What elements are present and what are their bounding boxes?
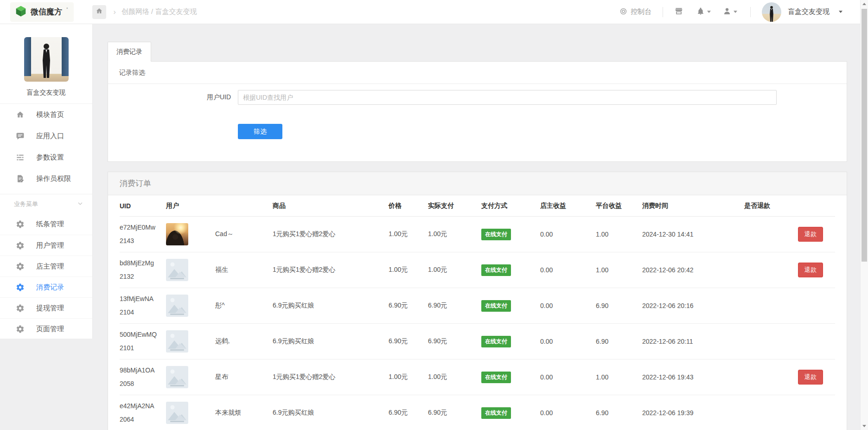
payment-badge: 在线支付 [481,300,511,312]
sidebar-item-operator-permission[interactable]: 操作员权限 [0,168,92,189]
bell-icon [696,7,705,17]
gear-icon [15,325,25,334]
cell-paid: 6.90元 [428,337,481,346]
browser-scrollbar[interactable] [860,0,868,430]
refund-button[interactable]: 退款 [798,263,823,277]
cell-user: 星布 [166,366,273,388]
cell-user: Cad～ [166,223,273,245]
cell-time: 2022-12-06 20:16 [642,302,744,309]
cell-user: 本来就烦 [166,402,273,424]
user-avatar-placeholder [166,330,188,353]
home-button[interactable] [92,5,106,19]
sidebar-item-user-management[interactable]: 用户管理 [0,235,92,256]
cell-platform-income: 6.90 [596,409,642,417]
table-row: 13fMjEwNA 2104 彤^ 6.9元购买红娘 6.90元 6.90元 在… [120,288,835,324]
user-avatar-placeholder [166,366,188,388]
cell-price: 1.00元 [389,230,428,238]
scrollbar-thumb[interactable] [862,9,867,262]
col-price: 价格 [389,202,428,210]
cell-payment: 在线支付 [481,300,540,312]
breadcrumb[interactable]: 创颜网络 / 盲盒交友变现 [121,7,197,16]
cell-price: 1.00元 [389,373,428,381]
user-name: 本来就烦 [215,409,241,417]
sidebar-item-page-management[interactable]: 页面管理 [0,318,92,339]
scrollbar-up-arrow-icon[interactable] [861,0,868,8]
cell-owner-income: 0.00 [540,338,596,345]
filter-submit-button[interactable]: 筛选 [238,124,282,139]
thumbnail-curtain [62,37,69,76]
sidebar-item-label: 纸条管理 [36,220,64,229]
sidebar-business-menu: 纸条管理 用户管理 店主管理 消费记录 提现管理 页面管理 [0,214,92,339]
payment-badge: 在线支付 [481,372,511,383]
sidebar-section-business-menu[interactable]: 业务菜单 [0,194,92,214]
uid-code: bd8MjEzMg [120,257,166,270]
account-caret-down-icon[interactable] [839,11,842,13]
uid-code: e72MjE0Mw [120,221,166,234]
sidebar-item-label: 消费记录 [36,283,64,292]
sidebar-item-label: 页面管理 [36,325,64,334]
sidebar-item-app-entry[interactable]: 应用入口 [0,125,92,147]
app-logo[interactable]: 微信魔方 ° [10,2,74,22]
cell-paid: 6.90元 [428,302,481,310]
col-user: 用户 [166,202,273,210]
col-platform-income: 平台收益 [596,202,642,210]
cell-uid: 98bMjA1OA 2058 [120,364,166,391]
account-name[interactable]: 盲盒交友变现 [788,7,830,16]
table-header-row: UID 用户 商品 价格 实际支付 支付方式 店主收益 平台收益 消费时间 是否… [120,195,835,217]
person-silhouette [37,42,56,79]
table-row: 98bMjA1OA 2058 星布 1元购买1爱心赠2爱心 1.00元 1.00… [120,359,835,395]
topbar-right-controls: 控制台 盲盒交友变现 [619,2,842,22]
payment-badge: 在线支付 [481,336,511,347]
payment-badge: 在线支付 [481,407,511,419]
col-paid: 实际支付 [428,202,481,210]
orders-table: UID 用户 商品 价格 实际支付 支付方式 店主收益 平台收益 消费时间 是否… [120,195,835,430]
col-refund: 是否退款 [744,202,835,210]
cell-refund: 退款 [744,263,835,277]
uid-code: 98bMjA1OA [120,364,166,377]
sidebar-item-label: 参数设置 [36,153,64,162]
cube-logo-icon [15,5,27,19]
operator-icon [15,174,25,183]
payment-badge: 在线支付 [481,229,511,240]
col-time: 消费时间 [642,202,744,210]
user-menu-button[interactable] [723,7,737,17]
notifications-button[interactable] [696,7,711,17]
account-avatar[interactable] [762,2,781,22]
user-name: 远鹤. [215,337,230,346]
sidebar-item-consumption-records[interactable]: 消费记录 [0,276,92,297]
cell-payment: 在线支付 [481,264,540,276]
sidebar-item-notes-management[interactable]: 纸条管理 [0,214,92,235]
cell-owner-income: 0.00 [540,409,596,417]
cell-refund: 退款 [744,370,835,385]
refund-button[interactable]: 退款 [798,370,823,385]
cell-product: 6.9元购买红娘 [273,337,389,346]
uid-search-input[interactable] [238,90,777,105]
gear-icon [15,262,25,271]
cell-platform-income: 1.00 [596,266,642,274]
sidebar-item-shop-owner-management[interactable]: 店主管理 [0,256,92,276]
thumbnail-curtain [24,37,31,76]
sidebar-item-params[interactable]: 参数设置 [0,147,92,168]
user-avatar-placeholder [166,259,188,281]
cell-paid: 1.00元 [428,230,481,238]
sidebar-item-withdrawal-management[interactable]: 提现管理 [0,297,92,318]
cell-paid: 1.00元 [428,266,481,274]
cell-price: 6.90元 [389,302,428,310]
col-uid: UID [120,202,166,210]
uid-number: 2058 [120,377,166,391]
filter-panel: 记录筛选 用户UID 筛选 [108,61,847,162]
gear-icon [15,220,25,229]
tab-consumption-records[interactable]: 消费记录 [108,42,151,62]
cell-payment: 在线支付 [481,372,540,383]
console-label: 控制台 [631,7,651,16]
console-link[interactable]: 控制台 [619,7,651,17]
store-button[interactable] [674,6,683,18]
cell-time: 2022-12-06 19:39 [642,409,744,417]
cell-platform-income: 1.00 [596,231,642,238]
cell-user: 福生 [166,259,273,281]
cell-uid: 500MjEwMQ 2101 [120,328,166,355]
sidebar-item-module-home[interactable]: 模块首页 [0,104,92,125]
scrollbar-down-arrow-icon[interactable] [861,422,868,430]
cell-refund: 退款 [744,227,835,242]
refund-button[interactable]: 退款 [798,227,823,242]
